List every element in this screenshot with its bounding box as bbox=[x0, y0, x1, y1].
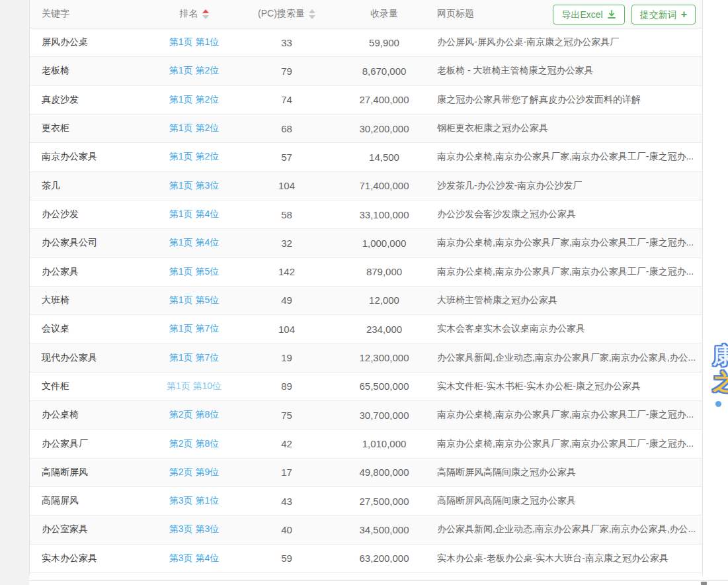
index-count-cell: 59,900 bbox=[338, 37, 430, 48]
search-volume-cell: 89 bbox=[235, 381, 338, 392]
search-volume-cell: 40 bbox=[235, 524, 338, 535]
sort-desc-icon[interactable] bbox=[202, 15, 209, 19]
search-volume-cell: 59 bbox=[235, 553, 338, 564]
rank-link[interactable]: 第1页 第2位 bbox=[169, 94, 219, 105]
rank-cell: 第1页 第2位 bbox=[153, 151, 235, 163]
rank-cell: 第1页 第5位 bbox=[153, 266, 235, 278]
keyword-cell: 真皮沙发 bbox=[30, 94, 153, 106]
page-title-cell: 南京办公桌椅,南京办公家具厂家,南京办公家具工厂-康之冠办... bbox=[430, 266, 702, 278]
rank-link[interactable]: 第1页 第10位 bbox=[167, 381, 222, 391]
index-count-cell: 879,000 bbox=[338, 266, 430, 277]
rank-cell: 第1页 第7位 bbox=[153, 352, 235, 364]
index-count-cell: 14,500 bbox=[338, 152, 430, 163]
rank-link[interactable]: 第1页 第4位 bbox=[169, 208, 219, 219]
search-volume-cell: 32 bbox=[235, 238, 338, 249]
table-row: 办公室家具 第3页 第3位 40 34,500,000 办公家具新闻,企业动态,… bbox=[30, 516, 702, 544]
index-count-cell: 234,000 bbox=[338, 324, 430, 335]
sort-desc-icon[interactable] bbox=[309, 15, 315, 19]
table-row: 现代办公家具 第1页 第7位 19 12,300,000 办公家具新闻,企业动态… bbox=[30, 343, 702, 372]
table-row: 办公桌椅 第2页 第8位 75 30,700,000 南京办公桌椅,南京办公家具… bbox=[30, 401, 702, 429]
header-rank-label: 排名 bbox=[180, 8, 198, 20]
table-row: 办公家具厂 第2页 第8位 42 1,010,000 南京办公桌椅,南京办公家具… bbox=[30, 429, 702, 458]
index-count-cell: 65,500,000 bbox=[338, 381, 430, 392]
header-keyword: 关键字 bbox=[30, 8, 153, 20]
rank-link[interactable]: 第2页 第9位 bbox=[169, 467, 219, 477]
mascot-dot bbox=[715, 401, 721, 407]
search-volume-cell: 49 bbox=[235, 294, 338, 306]
rank-link[interactable]: 第1页 第2位 bbox=[169, 151, 219, 161]
rank-link[interactable]: 第1页 第7位 bbox=[169, 323, 219, 334]
keyword-cell: 茶几 bbox=[30, 180, 153, 192]
table-row: 南京办公家具 第1页 第2位 57 14,500 南京办公桌椅,南京办公家具厂家… bbox=[30, 143, 702, 171]
table-row: 真皮沙发 第1页 第2位 74 27,400,000 康之冠办公家具带您了解真皮… bbox=[30, 86, 702, 114]
rank-link[interactable]: 第3页 第1位 bbox=[169, 495, 219, 506]
rank-link[interactable]: 第1页 第4位 bbox=[169, 237, 219, 248]
page-title-cell: 实木办公桌-老板办公桌-实木大班台-南京康之冠办公家具 bbox=[430, 553, 702, 564]
rank-cell: 第2页 第8位 bbox=[153, 409, 235, 421]
search-volume-cell: 19 bbox=[235, 352, 338, 363]
page-title-cell: 南京办公桌椅,南京办公家具厂家,南京办公家具工厂-康之冠办... bbox=[430, 409, 702, 421]
rank-link[interactable]: 第1页 第7位 bbox=[169, 352, 219, 363]
table-row: 办公家具公司 第1页 第4位 32 1,000,000 南京办公桌椅,南京办公家… bbox=[30, 229, 702, 257]
index-count-cell: 49,800,000 bbox=[338, 467, 430, 478]
keyword-cell: 实木办公家具 bbox=[30, 553, 153, 564]
export-excel-button[interactable]: 导出Excel bbox=[553, 5, 624, 24]
search-volume-cell: 33 bbox=[235, 37, 338, 48]
table-row: 老板椅 第1页 第2位 79 8,670,000 老板椅 - 大班椅主管椅康之冠… bbox=[30, 57, 702, 85]
rank-link[interactable]: 第2页 第8位 bbox=[169, 438, 219, 449]
keyword-cell: 办公室家具 bbox=[30, 523, 153, 535]
sort-asc-icon[interactable] bbox=[309, 9, 315, 13]
keyword-cell: 屏风办公桌 bbox=[30, 36, 153, 48]
rank-cell: 第2页 第8位 bbox=[153, 438, 235, 450]
index-count-cell: 33,100,000 bbox=[338, 209, 430, 220]
index-count-cell: 12,300,000 bbox=[338, 352, 430, 363]
mascot-float-widget[interactable]: 康 之 bbox=[710, 340, 728, 420]
index-count-cell: 63,200,000 bbox=[338, 553, 430, 564]
volume-sort-control[interactable] bbox=[309, 9, 315, 19]
rank-cell: 第1页 第2位 bbox=[153, 65, 235, 77]
keyword-cell: 南京办公家具 bbox=[30, 151, 153, 163]
index-count-cell: 27,500,000 bbox=[338, 496, 430, 507]
page-title-cell: 老板椅 - 大班椅主管椅康之冠办公家具 bbox=[430, 65, 702, 77]
sort-asc-icon[interactable] bbox=[202, 9, 209, 13]
rank-link[interactable]: 第2页 第8位 bbox=[169, 409, 219, 420]
page-title-cell: 钢柜更衣柜康之冠办公家具 bbox=[430, 122, 702, 134]
table-row: 文件柜 第1页 第10位 89 65,500,000 实木文件柜-实木书柜-实木… bbox=[30, 373, 702, 401]
page-title-cell: 实木文件柜-实木书柜-实木办公柜-康之冠办公家具 bbox=[430, 381, 702, 392]
page-title-cell: 办公家具新闻,企业动态,南京办公家具厂家,南京办公家具,办公... bbox=[430, 523, 702, 535]
rank-cell: 第1页 第3位 bbox=[153, 180, 235, 192]
rank-cell: 第1页 第7位 bbox=[153, 323, 235, 335]
scroll-indicator[interactable] bbox=[701, 582, 707, 585]
index-count-cell: 71,400,000 bbox=[338, 180, 430, 191]
rank-link[interactable]: 第1页 第2位 bbox=[169, 65, 219, 75]
keyword-cell: 老板椅 bbox=[30, 65, 153, 77]
footer-divider bbox=[29, 580, 728, 581]
table-row: 办公沙发 第1页 第4位 58 33,100,000 办公沙发会客沙发康之冠办公… bbox=[30, 201, 702, 229]
rank-link[interactable]: 第3页 第4位 bbox=[169, 553, 219, 563]
rank-link[interactable]: 第1页 第3位 bbox=[169, 180, 219, 191]
rank-cell: 第1页 第5位 bbox=[153, 294, 235, 306]
page-title-cell: 办公沙发会客沙发康之冠办公家具 bbox=[430, 208, 702, 220]
submit-new-words-button[interactable]: 提交新词 + bbox=[631, 5, 696, 24]
mascot-top-char: 康 bbox=[713, 344, 728, 367]
keyword-cell: 办公桌椅 bbox=[30, 409, 153, 421]
rank-link[interactable]: 第1页 第5位 bbox=[169, 294, 219, 305]
header-rank: 排名 bbox=[153, 8, 235, 20]
rank-link[interactable]: 第1页 第2位 bbox=[169, 122, 219, 133]
search-volume-cell: 79 bbox=[235, 66, 338, 77]
index-count-cell: 1,000,000 bbox=[338, 238, 430, 249]
header-index-count: 收录量 bbox=[338, 8, 430, 20]
table-row: 高隔断屏风 第2页 第9位 17 49,800,000 高隔断屏风高隔间康之冠办… bbox=[30, 459, 702, 487]
keyword-cell: 更衣柜 bbox=[30, 122, 153, 134]
rank-link[interactable]: 第1页 第1位 bbox=[169, 36, 219, 47]
table-row: 更衣柜 第1页 第2位 68 30,200,000 钢柜更衣柜康之冠办公家具 bbox=[30, 114, 702, 143]
page-title-cell: 康之冠办公家具带您了解真皮办公沙发面料的详解 bbox=[430, 94, 702, 106]
download-icon bbox=[607, 10, 616, 19]
search-volume-cell: 17 bbox=[235, 467, 338, 478]
rank-link[interactable]: 第3页 第3位 bbox=[169, 523, 219, 534]
rank-cell: 第1页 第2位 bbox=[153, 122, 235, 134]
keyword-cell: 高隔屏风 bbox=[30, 495, 153, 507]
rank-link[interactable]: 第1页 第5位 bbox=[169, 266, 219, 277]
table-body: 屏风办公桌 第1页 第1位 33 59,900 办公屏风-屏风办公桌-南京康之冠… bbox=[30, 28, 702, 573]
rank-sort-control[interactable] bbox=[202, 9, 209, 19]
